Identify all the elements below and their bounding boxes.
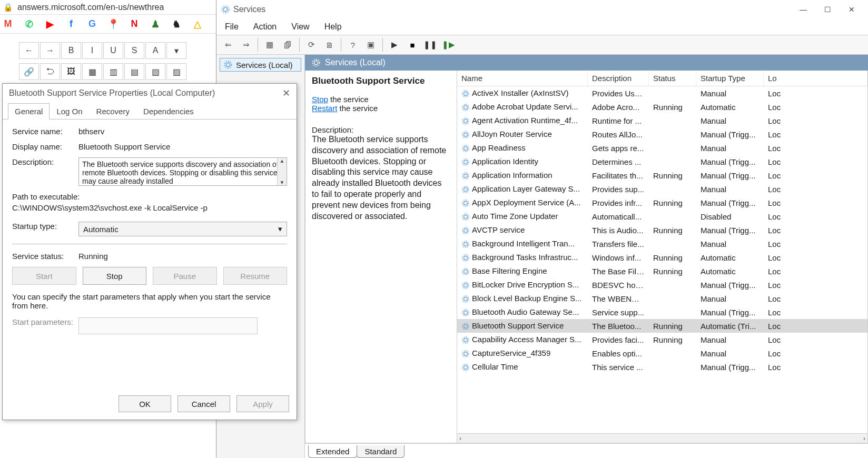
bookmark-google-translate[interactable]: G: [86, 18, 98, 30]
horizontal-scrollbar[interactable]: ‹›: [457, 433, 867, 443]
toolbar-stop[interactable]: ■: [405, 37, 420, 52]
bookmark-google-drive[interactable]: △: [192, 18, 203, 30]
maximize-button[interactable]: ☐: [815, 2, 840, 17]
gear-icon: [461, 103, 470, 112]
editor-tool[interactable]: 🖼: [61, 63, 81, 80]
ok-button[interactable]: OK: [119, 395, 171, 412]
toolbar-pause[interactable]: ❚❚: [423, 37, 438, 52]
col-description[interactable]: Description: [588, 71, 649, 86]
menu-help[interactable]: Help: [324, 22, 342, 32]
stop-link[interactable]: Stop: [312, 95, 328, 104]
toolbar-start[interactable]: ▶: [387, 37, 402, 52]
service-row[interactable]: Adobe Acrobat Update Servi...Adobe Acro.…: [457, 100, 867, 114]
startup-type-combo[interactable]: Automatic ▾: [78, 222, 287, 236]
minimize-button[interactable]: —: [791, 2, 815, 17]
toolbar-action-pane[interactable]: ▣: [363, 37, 378, 52]
service-row[interactable]: Application IdentityDetermines ...Manual…: [457, 155, 867, 168]
dialog-tab-recovery[interactable]: Recovery: [90, 103, 136, 120]
editor-tool[interactable]: U: [103, 42, 123, 59]
editor-tool[interactable]: ⮌: [40, 63, 60, 80]
service-row[interactable]: ActiveX Installer (AxInstSV)Provides Use…: [457, 86, 867, 100]
close-button[interactable]: ✕: [840, 2, 864, 17]
resume-button[interactable]: Resume: [223, 267, 288, 285]
menu-bar: FileActionViewHelp: [216, 19, 868, 35]
tab-extended[interactable]: Extended: [308, 445, 357, 458]
bookmark-maps-pin[interactable]: 📍: [107, 18, 119, 30]
toolbar-show-hide-tree[interactable]: ▦: [262, 37, 277, 52]
service-row[interactable]: Background Intelligent Tran...Transfers …: [457, 237, 867, 251]
pause-button[interactable]: Pause: [153, 267, 217, 285]
description-scrollbar[interactable]: ▲▼: [277, 158, 287, 185]
editor-tool[interactable]: I: [82, 42, 102, 59]
apply-button[interactable]: Apply: [236, 395, 289, 412]
col-logon[interactable]: Lo: [764, 71, 867, 86]
service-row[interactable]: Agent Activation Runtime_4f...Runtime fo…: [457, 114, 867, 127]
description-textbox[interactable]: The Bluetooth service supports discovery…: [78, 157, 287, 186]
col-status[interactable]: Status: [649, 71, 696, 86]
service-row[interactable]: Cellular TimeThis service ...Manual (Tri…: [457, 360, 867, 374]
service-row[interactable]: AVCTP serviceThis is Audio...RunningManu…: [457, 223, 867, 237]
rich-text-toolbar: ←→BIUSA▾ 🔗⮌🖼▦▥▤▧▨: [19, 40, 216, 82]
dialog-tab-general[interactable]: General: [8, 103, 50, 120]
service-row[interactable]: BitLocker Drive Encryption S...BDESVC ho…: [457, 278, 867, 292]
service-row[interactable]: AppX Deployment Service (A...Provides in…: [457, 196, 867, 210]
service-row[interactable]: AllJoyn Router ServiceRoutes AllJo...Man…: [457, 127, 867, 141]
bookmark-youtube[interactable]: ▶: [44, 18, 56, 30]
dialog-tab-log-on[interactable]: Log On: [50, 103, 89, 120]
col-startup-type[interactable]: Startup Type: [696, 71, 764, 86]
menu-action[interactable]: Action: [253, 22, 277, 32]
service-row[interactable]: Capability Access Manager S...Provides f…: [457, 333, 867, 346]
service-row[interactable]: Background Tasks Infrastruc...Windows in…: [457, 251, 867, 264]
service-row[interactable]: Application Layer Gateway S...Provides s…: [457, 182, 867, 196]
toolbar-refresh[interactable]: ⟳: [304, 37, 319, 52]
editor-tool[interactable]: ▧: [145, 63, 165, 80]
editor-tool[interactable]: ▾: [166, 42, 186, 59]
editor-tool[interactable]: ▤: [124, 63, 144, 80]
editor-tool[interactable]: →: [40, 42, 60, 59]
service-row[interactable]: App ReadinessGets apps re...ManualLoc: [457, 141, 867, 155]
editor-tool[interactable]: 🔗: [19, 63, 39, 80]
toolbar-properties[interactable]: 🗎: [322, 37, 337, 52]
editor-tool[interactable]: B: [61, 42, 81, 59]
editor-tool[interactable]: ▨: [166, 63, 186, 80]
bookmark-whatsapp[interactable]: ✆: [23, 18, 35, 30]
tab-standard[interactable]: Standard: [357, 445, 405, 458]
service-row[interactable]: Application InformationFacilitates th...…: [457, 168, 867, 182]
tree-node-services-local[interactable]: Services (Local): [220, 58, 301, 72]
col-name[interactable]: Name: [457, 71, 588, 86]
editor-tool[interactable]: ←: [19, 42, 39, 59]
menu-file[interactable]: File: [225, 22, 239, 32]
editor-tool[interactable]: ▦: [82, 63, 102, 80]
svg-point-47: [462, 364, 469, 371]
dialog-tab-dependencies[interactable]: Dependencies: [136, 103, 201, 120]
cancel-button[interactable]: Cancel: [177, 395, 230, 412]
list-header[interactable]: Name Description Status Startup Type Lo: [457, 71, 867, 86]
bookmark-google-maps[interactable]: M: [2, 18, 14, 30]
restart-link[interactable]: Restart: [312, 104, 337, 113]
editor-tool[interactable]: S: [124, 42, 144, 59]
toolbar-restart[interactable]: ❚▶: [441, 37, 456, 52]
toolbar-export-list[interactable]: 🗐: [280, 37, 295, 52]
bookmark-netflix[interactable]: N: [129, 18, 140, 30]
service-row[interactable]: Bluetooth Support ServiceThe Bluetoo...R…: [457, 319, 867, 333]
service-row[interactable]: Auto Time Zone UpdaterAutomaticall...Dis…: [457, 210, 867, 223]
service-row[interactable]: Base Filtering EngineThe Base Filt...Run…: [457, 264, 867, 278]
service-row[interactable]: CaptureService_4f359Enables opti...Manua…: [457, 346, 867, 360]
start-params-input[interactable]: [78, 317, 258, 334]
service-row[interactable]: Bluetooth Audio Gateway Se...Service sup…: [457, 305, 867, 319]
menu-view[interactable]: View: [291, 22, 309, 32]
toolbar-forward[interactable]: ⇒: [239, 37, 253, 52]
toolbar: ⇐⇒▦🗐⟳🗎?▣▶■❚❚❚▶: [216, 35, 868, 55]
editor-tool[interactable]: ▥: [103, 63, 123, 80]
toolbar-back[interactable]: ⇐: [221, 37, 235, 52]
start-button[interactable]: Start: [12, 267, 76, 285]
close-icon[interactable]: ✕: [282, 87, 290, 99]
bookmark-facebook[interactable]: f: [65, 18, 77, 30]
service-row[interactable]: Block Level Backup Engine S...The WBENGI…: [457, 292, 867, 305]
bookmark-chess-pawn[interactable]: ♟: [150, 18, 161, 30]
stop-button[interactable]: Stop: [83, 267, 147, 285]
toolbar-help[interactable]: ?: [346, 37, 360, 52]
editor-tool[interactable]: A: [145, 42, 165, 59]
bookmark-chess-knight[interactable]: ♞: [171, 18, 182, 30]
svg-point-19: [462, 173, 469, 179]
